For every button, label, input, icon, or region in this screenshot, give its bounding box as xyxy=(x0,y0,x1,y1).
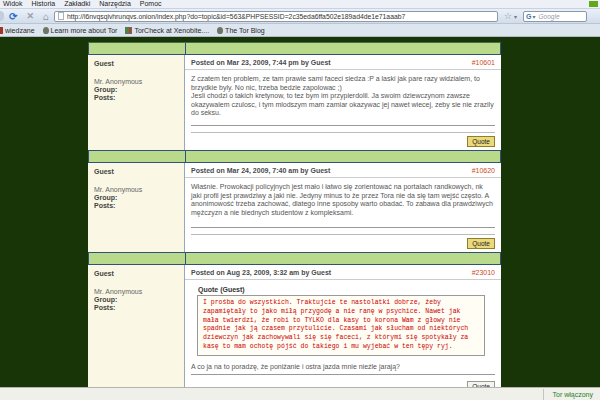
bookmark-dropdown-icon[interactable]: ▾ xyxy=(514,13,517,20)
post-author-cell: Guest Mr. Anonymous Group: Posts: xyxy=(88,55,185,150)
author-group-label: Group: xyxy=(94,296,178,303)
page-viewport: Guest Mr. Anonymous Group: Posts: Posted… xyxy=(0,37,600,387)
search-box[interactable]: G ▾ Google xyxy=(523,11,587,22)
menu-tools[interactable]: Narzędzia xyxy=(99,0,131,8)
forum-post: Guest Mr. Anonymous Group: Posts: Posted… xyxy=(88,55,501,151)
forum-post: Guest Mr. Anonymous Group: Posts: Posted… xyxy=(88,265,501,387)
menu-help[interactable]: Pomoc xyxy=(140,0,162,8)
post-separator-band xyxy=(88,253,501,265)
author-alias: Mr. Anonymous xyxy=(94,186,178,193)
menu-history[interactable]: Historia xyxy=(31,0,55,8)
author-alias: Mr. Anonymous xyxy=(94,78,178,85)
author-name: Guest xyxy=(94,60,178,67)
window-corner-badge xyxy=(589,1,598,7)
bookmark-torcheck[interactable]: TorCheck at Xenobite.... xyxy=(134,27,209,34)
status-bar: Tor włączony xyxy=(0,387,600,400)
quoted-post-body: I prośba do wszystkich. Traktujcie te na… xyxy=(197,295,485,356)
home-icon[interactable]: ⌂ xyxy=(43,11,49,22)
author-posts-label: Posts: xyxy=(94,304,178,311)
bookmark-folder-icon-partial xyxy=(0,27,3,34)
post-author-cell: Guest Mr. Anonymous Group: Posts: xyxy=(88,163,185,252)
back-button-partial[interactable] xyxy=(0,11,4,21)
bookmark-most-visited[interactable]: wiedzane xyxy=(5,27,35,34)
post-date: Posted on Mar 23, 2009, 7:44 pm by Guest xyxy=(191,59,331,66)
post-content-cell: Posted on Aug 23, 2009, 3:32 am by Guest… xyxy=(185,265,501,387)
author-name: Guest xyxy=(94,168,178,175)
author-alias: Mr. Anonymous xyxy=(94,288,178,295)
post-id-link[interactable]: #10620 xyxy=(472,167,495,174)
reload-icon[interactable]: ⟳ xyxy=(9,11,17,22)
post-date: Posted on Mar 24, 2009, 7:40 am by Guest xyxy=(191,167,330,174)
signature-divider xyxy=(191,374,495,375)
post-date: Posted on Aug 23, 2009, 3:32 am by Guest xyxy=(191,269,331,276)
quoted-post-title: Quote (Guest) xyxy=(198,286,501,293)
url-bar[interactable]: http://l6nvqsqivhrunqvs.onion/index.php?… xyxy=(54,11,498,22)
author-group-label: Group: xyxy=(94,194,178,201)
tor-status-indicator[interactable]: Tor włączony xyxy=(543,389,600,400)
footer-divider xyxy=(191,234,495,235)
bookmark-star-icon[interactable]: ☆ xyxy=(504,11,512,21)
search-placeholder[interactable]: Google xyxy=(539,13,560,20)
author-posts-label: Posts: xyxy=(94,202,178,209)
signature-divider xyxy=(191,227,495,228)
post-id-link[interactable]: #23010 xyxy=(472,269,495,276)
table-header-band xyxy=(88,42,501,55)
signature-divider xyxy=(191,125,495,126)
page-icon xyxy=(58,12,64,20)
author-name: Guest xyxy=(94,270,178,277)
browser-window: Widok Historia Zakładki Narzędzia Pomoc … xyxy=(0,0,600,400)
post-body: Z czatem ten problem, ze tam prawie sami… xyxy=(185,70,501,118)
quote-button[interactable]: Quote xyxy=(467,136,495,147)
post-separator-band xyxy=(88,151,501,163)
torcheck-icon xyxy=(125,27,132,34)
search-engine-dropdown-icon[interactable]: ▾ xyxy=(533,13,536,20)
bookmark-tor-blog[interactable]: The Tor Blog xyxy=(225,27,265,34)
post-id-link[interactable]: #10601 xyxy=(472,59,495,66)
post-body: A co ja na to poradzę, że poniżanie i os… xyxy=(185,356,501,370)
navigation-toolbar: ⟳ ✕ ⌂ http://l6nvqsqivhrunqvs.onion/inde… xyxy=(0,9,600,24)
onion-icon xyxy=(43,27,49,34)
url-text[interactable]: http://l6nvqsqivhrunqvs.onion/index.php?… xyxy=(67,13,405,20)
author-group-label: Group: xyxy=(94,86,178,93)
bookmarks-toolbar: wiedzane Learn more about Tor TorCheck a… xyxy=(0,24,600,37)
forum-post: Guest Mr. Anonymous Group: Posts: Posted… xyxy=(88,163,501,253)
footer-divider xyxy=(191,132,495,133)
menu-bar: Widok Historia Zakładki Narzędzia Pomoc xyxy=(0,0,600,9)
author-posts-label: Posts: xyxy=(94,94,178,101)
stop-icon[interactable]: ✕ xyxy=(26,11,34,21)
quote-button[interactable]: Quote xyxy=(467,238,495,249)
post-author-cell: Guest Mr. Anonymous Group: Posts: xyxy=(88,265,185,387)
post-content-cell: Posted on Mar 23, 2009, 7:44 pm by Guest… xyxy=(185,55,501,150)
menu-bookmarks[interactable]: Zakładki xyxy=(64,0,90,8)
onion-icon xyxy=(217,27,223,34)
post-body: Właśnie. Prowokacji policyjnych jest mał… xyxy=(185,178,501,217)
menu-view[interactable]: Widok xyxy=(3,0,22,8)
post-content-cell: Posted on Mar 24, 2009, 7:40 am by Guest… xyxy=(185,163,501,252)
google-logo-icon[interactable]: G xyxy=(526,13,531,20)
forum-thread-table: Guest Mr. Anonymous Group: Posts: Posted… xyxy=(88,42,501,387)
bookmark-learn-more-tor[interactable]: Learn more about Tor xyxy=(51,27,118,34)
